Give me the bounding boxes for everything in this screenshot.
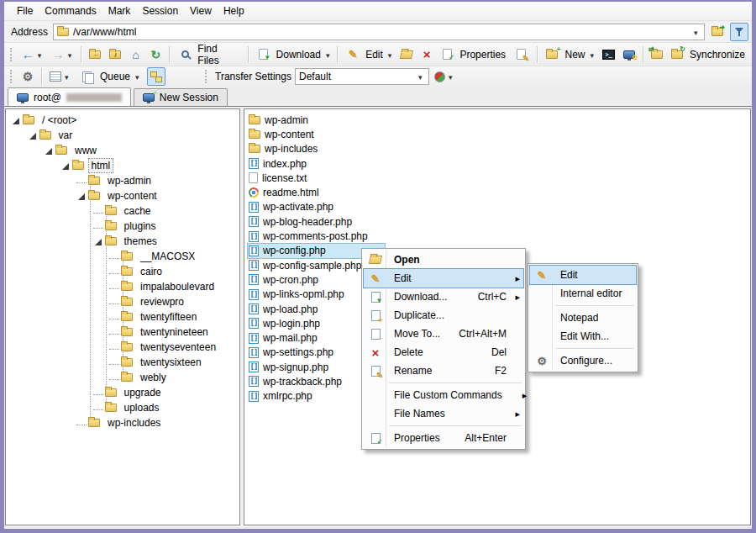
home-directory-button[interactable]: ⌂ (126, 45, 144, 64)
menu-item-internal-editor[interactable]: Internal editor (530, 284, 636, 303)
tree-item-root[interactable]: / <root> (11, 113, 79, 128)
synchronize-browsing-button[interactable]: ⇄ (648, 45, 666, 64)
tree-item-impalaboulevard[interactable]: impalaboulevard (109, 279, 217, 294)
menubar-item-view[interactable]: View (184, 3, 218, 19)
file-item-wp-comments-post-php[interactable]: wp-comments-post.php (248, 229, 370, 243)
file-item-wp-activate-php[interactable]: wp-activate.php (248, 200, 336, 214)
open-in-putty-button[interactable]: ⚙ (620, 45, 638, 64)
file-item-xmlrpc-php[interactable]: xmlrpc.php (248, 389, 315, 404)
transfer-mode-button[interactable] (431, 67, 459, 86)
toolbar-grip[interactable] (10, 48, 14, 61)
file-item-wp-signup-php[interactable]: wp-signup.php (248, 360, 331, 374)
preferences-button[interactable]: ⚙ (18, 67, 37, 86)
file-item-index-php[interactable]: index.php (248, 156, 309, 171)
menu-item-file-names[interactable]: File Names (364, 404, 523, 423)
menu-item-move-to[interactable]: →Move To...Ctrl+Alt+M (364, 325, 523, 343)
menubar-item-session[interactable]: Session (136, 3, 184, 19)
menu-item-label: File Names (387, 408, 491, 420)
panel-view-button[interactable] (46, 67, 75, 86)
menu-item-open[interactable]: Open (364, 251, 523, 269)
filter-button[interactable] (730, 23, 748, 41)
menu-item-edit[interactable]: ✎Edit (364, 269, 523, 288)
properties-button[interactable]: ✓ Properties (438, 45, 509, 64)
file-item-wp-load-php[interactable]: wp-load.php (248, 302, 320, 316)
edit-button[interactable]: ✎ Edit (342, 45, 396, 64)
open-terminal-button[interactable] (600, 45, 618, 64)
file-item-wp-blog-header-php[interactable]: wp-blog-header.php (248, 214, 354, 229)
tree-item-twentynineteen[interactable]: twentynineteen (109, 325, 211, 340)
file-item-wp-mail-php[interactable]: wp-mail.php (248, 330, 320, 345)
refresh-button[interactable]: ↻ (146, 45, 165, 64)
tree-item-themes[interactable]: themes (93, 234, 160, 249)
open-button[interactable] (397, 45, 416, 64)
tree-item-var[interactable]: var (28, 128, 76, 143)
new-button[interactable]: + New (541, 45, 597, 64)
file-item-wp-admin[interactable]: wp-admin (248, 113, 311, 127)
menu-item-delete[interactable]: ×DeleteDel (364, 343, 523, 361)
tree-expand-arrow-icon[interactable] (28, 130, 39, 141)
open-directory-bookmark-button[interactable]: ➜ (708, 23, 727, 41)
menubar-item-help[interactable]: Help (218, 3, 250, 19)
file-item-wp-links-opml-php[interactable]: wp-links-opml.php (248, 288, 347, 302)
address-input[interactable]: /var/www/html (53, 24, 705, 40)
menu-item-rename[interactable]: ✎RenameF2 (364, 361, 523, 380)
back-button[interactable]: ← (18, 45, 47, 64)
tree-item-cache[interactable]: cache (93, 203, 154, 219)
find-files-button[interactable]: Find Files (174, 45, 244, 64)
file-item-wp-cron-php[interactable]: wp-cron.php (248, 272, 321, 287)
file-item-wp-settings-php[interactable]: wp-settings.php (248, 346, 336, 360)
menubar-item-commands[interactable]: Commands (39, 3, 102, 19)
toolbar-grip[interactable] (205, 70, 209, 83)
menu-item-edit-with[interactable]: Edit With... (530, 327, 636, 346)
tree-item-uploads[interactable]: uploads (93, 400, 162, 415)
tree-item-wp-content[interactable]: wp-content (76, 188, 160, 203)
menu-item-download[interactable]: ▼Download...Ctrl+C (364, 288, 523, 306)
download-button[interactable]: ▼ Download (253, 45, 333, 64)
forward-button[interactable]: → (49, 45, 77, 64)
parent-directory-button[interactable]: ← (86, 45, 104, 64)
menu-item-properties[interactable]: ✓PropertiesAlt+Enter (364, 429, 523, 447)
tree-item-reviewpro[interactable]: reviewpro (109, 294, 186, 309)
file-item-wp-content[interactable]: wp-content (248, 127, 317, 141)
file-item-license-txt[interactable]: license.txt (248, 171, 309, 185)
file-item-wp-config-sample-php[interactable]: wp-config-sample.php (248, 258, 364, 272)
synchronize-button[interactable]: ↻ Synchronize (668, 45, 748, 64)
delete-button[interactable]: × (417, 45, 436, 64)
menu-item-file-custom-commands[interactable]: File Custom Commands (364, 386, 523, 404)
tree-item-plugins[interactable]: plugins (93, 219, 159, 234)
menubar-item-file[interactable]: File (11, 3, 39, 19)
root-directory-button[interactable]: / (106, 45, 124, 64)
toolbar-grip[interactable] (10, 70, 14, 83)
tree-item-upgrade[interactable]: upgrade (93, 385, 164, 400)
menu-item-notepad[interactable]: Notepad (530, 309, 636, 327)
tree-expand-arrow-icon[interactable] (93, 236, 104, 247)
tab-new-session[interactable]: + New Session (134, 88, 228, 106)
transfer-settings-select[interactable]: Default (295, 68, 429, 85)
show-tree-toggle-button[interactable] (147, 67, 165, 86)
tree-item-wp-includes[interactable]: wp-includes (76, 415, 163, 430)
rename-button[interactable]: ✎ (511, 45, 532, 64)
properties-label: Properties (458, 49, 507, 61)
file-item-wp-login-php[interactable]: wp-login.php (248, 316, 323, 330)
tree-expand-arrow-icon[interactable] (44, 145, 55, 156)
file-item-wp-trackback-php[interactable]: wp-trackback.php (248, 374, 344, 388)
new-label: New (563, 49, 586, 61)
tree-item-twentyseventeen[interactable]: twentyseventeen (109, 340, 218, 355)
tree-expand-arrow-icon[interactable] (76, 191, 87, 202)
menu-item-duplicate[interactable]: +Duplicate... (364, 306, 523, 325)
chevron-down-icon[interactable] (694, 26, 701, 38)
tree-expand-arrow-icon[interactable] (11, 115, 22, 126)
file-item-wp-includes[interactable]: wp-includes (248, 142, 320, 156)
menubar-item-mark[interactable]: Mark (102, 3, 137, 19)
tree-item-webly[interactable]: webly (109, 370, 169, 385)
tree-item-cairo[interactable]: cairo (109, 264, 165, 279)
menu-item-edit[interactable]: ✎Edit (530, 266, 636, 284)
menu-item-configure[interactable]: ⚙Configure... (530, 351, 636, 370)
tree-expand-arrow-icon[interactable] (60, 161, 71, 172)
tree-item-www[interactable]: www (44, 143, 99, 158)
file-item-readme-html[interactable]: readme.html (248, 185, 322, 199)
tree-item-html[interactable]: html (60, 158, 113, 173)
queue-button[interactable]: Queue (76, 67, 145, 86)
tree-item-wp-admin[interactable]: wp-admin (76, 173, 154, 188)
tab-active-session[interactable]: root@ (8, 87, 131, 106)
